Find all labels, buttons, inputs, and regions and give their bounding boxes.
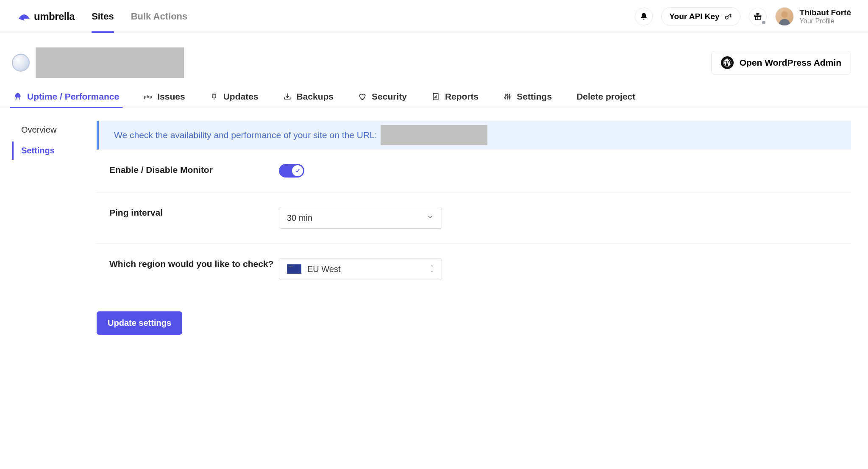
open-wp-label: Open WordPress Admin [740, 58, 841, 68]
tab-settings[interactable]: Settings [501, 86, 554, 108]
ping-interval-label: Ping interval [97, 207, 279, 218]
region-value: EU West [307, 264, 341, 274]
banner-text: We check the availability and performanc… [114, 130, 377, 140]
region-select[interactable]: EU West ⌃⌄ [279, 258, 442, 280]
project-tabs: Uptime / Performance php Issues Updates … [0, 86, 868, 108]
topbar-right: Your API Key Thibaut Forté Your Profile [635, 7, 851, 26]
chevron-updown-icon: ⌃⌄ [430, 266, 434, 272]
report-icon [431, 92, 440, 101]
notifications-button[interactable] [635, 8, 653, 25]
profile-text: Thibaut Forté Your Profile [800, 8, 851, 25]
tab-security[interactable]: Security [356, 86, 409, 108]
profile-menu[interactable]: Thibaut Forté Your Profile [775, 7, 851, 26]
tab-uptime[interactable]: Uptime / Performance [12, 86, 121, 108]
plug-icon [210, 92, 218, 101]
chevron-down-icon [426, 213, 434, 223]
php-icon: php [144, 94, 152, 99]
tab-updates[interactable]: Updates [208, 86, 260, 108]
gift-icon [754, 12, 762, 21]
open-wordpress-button[interactable]: Open WordPress Admin [711, 51, 851, 75]
bell-icon [640, 12, 648, 21]
sidenav-overview[interactable]: Overview [12, 121, 80, 139]
sidenav-settings[interactable]: Settings [12, 142, 80, 160]
tab-reports[interactable]: Reports [430, 86, 480, 108]
tab-issues[interactable]: php Issues [142, 86, 187, 108]
check-icon [295, 168, 300, 174]
setting-ping-interval: Ping interval 30 min [97, 192, 851, 244]
enable-monitor-toggle[interactable] [279, 164, 304, 178]
enable-monitor-label: Enable / Disable Monitor [97, 164, 279, 175]
ping-interval-select[interactable]: 30 min [279, 207, 442, 229]
svg-point-3 [781, 11, 787, 17]
profile-name: Thibaut Forté [800, 8, 851, 17]
topbar: umbrella Sites Bulk Actions Your API Key… [0, 0, 868, 33]
svg-point-8 [509, 96, 510, 97]
svg-point-0 [725, 16, 728, 19]
sidenav: Overview Settings [12, 121, 80, 335]
nav-sites[interactable]: Sites [92, 0, 114, 33]
globe-icon [12, 54, 30, 72]
ping-interval-value: 30 min [287, 213, 312, 223]
nav-bulk-actions[interactable]: Bulk Actions [131, 0, 188, 33]
avatar [775, 7, 794, 26]
heart-icon [358, 92, 367, 101]
brand-logo[interactable]: umbrella [17, 11, 75, 22]
banner-url-redacted [381, 125, 487, 145]
site-header: Open WordPress Admin [0, 33, 868, 78]
toggle-knob [292, 165, 303, 176]
umbrella-icon [17, 12, 31, 21]
wordpress-icon [721, 56, 734, 69]
download-icon [283, 92, 292, 101]
gift-button[interactable] [749, 8, 767, 25]
svg-point-6 [505, 97, 506, 98]
setting-region: Which region would you like to check? EU… [97, 244, 851, 294]
rocket-icon [14, 92, 22, 101]
key-icon [724, 12, 732, 21]
api-key-label: Your API Key [669, 12, 719, 21]
main-panel: We check the availability and performanc… [97, 121, 851, 335]
sliders-icon [503, 92, 512, 101]
brand-name: umbrella [34, 11, 75, 22]
tab-delete-project[interactable]: Delete project [575, 86, 637, 108]
content: Overview Settings We check the availabil… [0, 108, 868, 352]
eu-flag-icon [287, 264, 301, 274]
api-key-button[interactable]: Your API Key [661, 7, 740, 26]
gift-notification-dot [762, 21, 765, 24]
svg-point-7 [507, 94, 508, 96]
setting-enable-monitor: Enable / Disable Monitor [97, 150, 851, 192]
profile-sub: Your Profile [800, 17, 851, 25]
site-name-redacted [36, 47, 184, 78]
topnav: Sites Bulk Actions [92, 0, 187, 33]
update-settings-button[interactable]: Update settings [97, 311, 182, 335]
region-label: Which region would you like to check? [97, 258, 279, 269]
info-banner: We check the availability and performanc… [97, 121, 851, 150]
tab-backups[interactable]: Backups [281, 86, 336, 108]
